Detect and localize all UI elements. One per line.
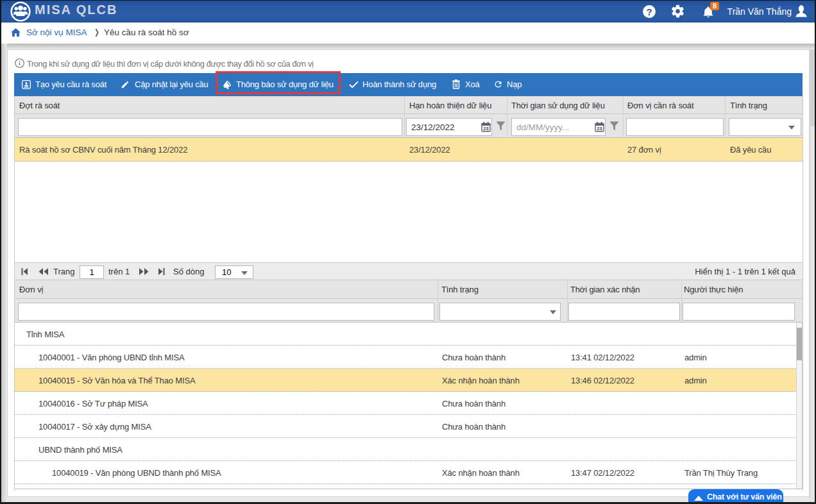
svg-text:23: 23 xyxy=(483,126,488,131)
svg-text:?: ? xyxy=(646,6,652,17)
svg-text:23: 23 xyxy=(597,126,602,131)
